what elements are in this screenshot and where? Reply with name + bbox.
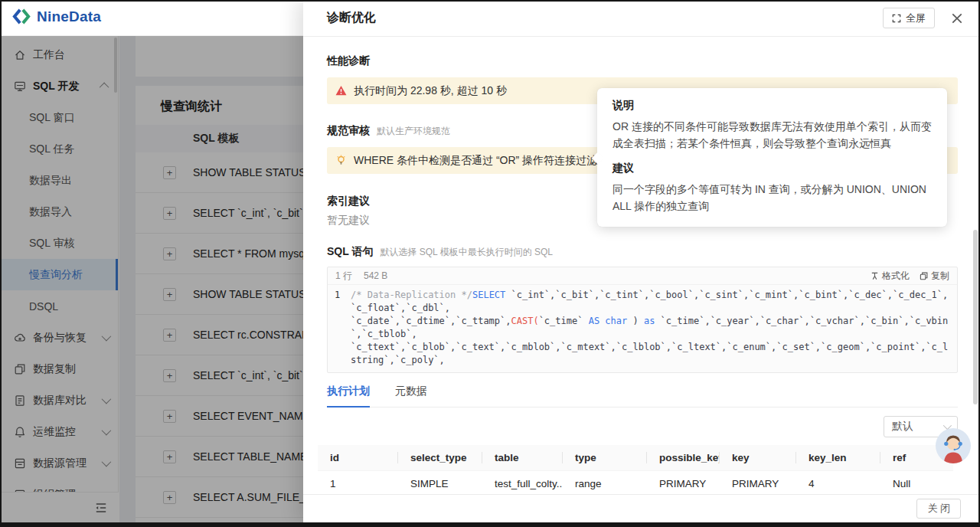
plan-mode-value: 默认 — [892, 420, 913, 434]
brand-name: NineData — [37, 8, 101, 25]
ninedata-logo-icon — [12, 8, 31, 25]
plan-column-header: type — [563, 445, 647, 470]
plan-column-header: key_len — [796, 445, 880, 470]
plan-cell: SIMPLE — [398, 471, 482, 496]
plan-cell: range — [563, 471, 647, 496]
plan-cell: 1 — [318, 471, 398, 496]
drawer-footer: 关 闭 — [303, 494, 980, 522]
warning-icon — [335, 85, 347, 97]
code-line: /* Data-Replication */SELECT `c_int`,`c_… — [351, 289, 949, 315]
sql-subtitle: 默认选择 SQL 模板中最长执行时间的 SQL — [380, 246, 553, 259]
copy-icon — [920, 272, 928, 280]
sql-code-block: 1 行 542 B 格式化 — [327, 267, 958, 373]
tooltip-suggest-body: 同一个字段的多个等值可转为 IN 查询，或分解为 UNION、UNION ALL… — [612, 181, 932, 214]
copy-button[interactable]: 复制 — [920, 270, 949, 283]
line-number: 1 — [335, 289, 344, 367]
diagnosis-drawer: 诊断优化 全屏 性能诊断 — [303, 0, 980, 522]
fullscreen-icon — [892, 14, 901, 23]
code-line-count: 1 行 — [335, 270, 352, 283]
review-alert-text: WHERE 条件中检测是否通过 “OR” 操作符连接过滤条件 — [354, 154, 619, 168]
plan-column-header: id — [318, 445, 398, 470]
drawer-title: 诊断优化 — [327, 10, 376, 26]
support-avatar[interactable] — [936, 428, 971, 463]
sql-code-text: /* Data-Replication */SELECT `c_int`,`c_… — [351, 289, 949, 367]
plan-cell: PRIMARY — [720, 471, 796, 496]
rule-tooltip: 说明 OR 连接的不同条件可能导致数据库无法有效使用单个索引，从而变成全表扫描；… — [597, 88, 947, 227]
format-icon — [871, 272, 879, 280]
fullscreen-label: 全屏 — [906, 11, 926, 25]
drawer-mask[interactable] — [0, 36, 303, 527]
tab-metadata[interactable]: 元数据 — [395, 385, 427, 408]
plan-cell: PRIMARY — [647, 471, 720, 496]
drawer-scrollbar[interactable] — [973, 230, 978, 404]
close-icon[interactable] — [951, 12, 963, 25]
plan-cell: test_full_colty... — [482, 471, 563, 496]
fullscreen-button[interactable]: 全屏 — [883, 8, 935, 28]
perf-section-title: 性能诊断 — [327, 54, 958, 68]
tab-execution-plan[interactable]: 执行计划 — [327, 385, 370, 408]
sql-section-title: SQL 语句 — [327, 245, 373, 259]
tooltip-suggest-title: 建议 — [612, 162, 932, 175]
plan-cell: Null — [880, 471, 953, 496]
plan-table-body: 1SIMPLEtest_full_colty...rangePRIMARYPRI… — [318, 470, 953, 496]
table-row[interactable]: 1SIMPLEtest_full_colty...rangePRIMARYPRI… — [318, 470, 953, 496]
code-line: `c_date`,`c_dtime`,`c_ttamp`,CAST(`c_tim… — [351, 315, 949, 341]
plan-tabs: 执行计划元数据 — [327, 385, 958, 408]
close-button[interactable]: 关 闭 — [916, 499, 961, 519]
review-section-title: 规范审核 — [327, 124, 370, 138]
brand-logo[interactable]: NineData — [12, 8, 101, 25]
plan-column-header: select_type — [398, 445, 482, 470]
plan-table-header: idselect_typetabletypepossible_keyskeyke… — [318, 445, 953, 470]
copy-label: 复制 — [931, 270, 949, 283]
tooltip-explain-body: OR 连接的不同条件可能导致数据库无法有效使用单个索引，从而变成全表扫描；若某个… — [612, 118, 932, 152]
format-button[interactable]: 格式化 — [871, 270, 910, 283]
code-toolbar: 1 行 542 B 格式化 — [328, 267, 957, 285]
tooltip-explain-title: 说明 — [612, 99, 932, 113]
code-byte-size: 542 B — [364, 270, 387, 281]
code-line: `c_ttext`,`c_blob`,`c_text`,`c_mblob`,`c… — [351, 341, 949, 367]
format-label: 格式化 — [882, 270, 910, 283]
code-editor[interactable]: 1 /* Data-Replication */SELECT `c_int`,`… — [328, 285, 957, 372]
app-root: NineData 工作台SQL 开发SQL 窗口SQL 任务数据导出数据导入SQ… — [0, 0, 980, 527]
review-subtitle: 默认生产环境规范 — [377, 125, 450, 138]
perf-alert-text: 执行时间为 22.98 秒, 超过 10 秒 — [354, 84, 507, 98]
bulb-icon — [335, 155, 347, 166]
plan-cell: 4 — [796, 471, 880, 496]
plan-column-header: possible_keys — [647, 445, 720, 470]
drawer-header: 诊断优化 全屏 — [303, 0, 980, 37]
explain-plan-table: idselect_typetabletypepossible_keyskeyke… — [318, 445, 953, 496]
plan-column-header: key — [720, 445, 796, 470]
plan-column-header: table — [482, 445, 563, 470]
